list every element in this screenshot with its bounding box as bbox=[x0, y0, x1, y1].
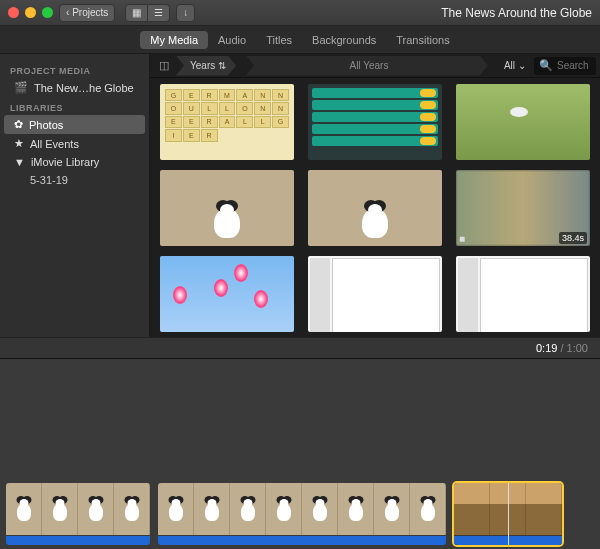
clip-frame bbox=[114, 483, 150, 535]
media-grid: GERMANNOULLONNEERALLGIER■38.4s bbox=[150, 78, 600, 337]
timeline-clip[interactable] bbox=[454, 483, 562, 545]
group-by-selector[interactable]: Years ⇅ bbox=[176, 56, 236, 76]
search-field[interactable]: 🔍 bbox=[534, 57, 596, 75]
clip-frame bbox=[454, 483, 490, 535]
tab-transitions[interactable]: Transitions bbox=[386, 31, 459, 49]
media-thumbnail[interactable] bbox=[456, 84, 590, 160]
sidebar-item-label: Photos bbox=[29, 119, 63, 131]
clip-frame bbox=[78, 483, 114, 535]
group-by-label: Years bbox=[190, 60, 215, 71]
window-controls bbox=[8, 7, 53, 18]
scope-label: All Years bbox=[349, 60, 388, 71]
sidebar-icon: ◫ bbox=[159, 59, 169, 72]
search-icon: 🔍 bbox=[539, 59, 553, 72]
media-tabs: My MediaAudioTitlesBackgroundsTransition… bbox=[0, 26, 600, 54]
clip-frame bbox=[338, 483, 374, 535]
sidebar-section-libraries: LIBRARIES bbox=[0, 97, 149, 115]
sidebar-item-label: All Events bbox=[30, 138, 79, 150]
tab-audio[interactable]: Audio bbox=[208, 31, 256, 49]
sidebar-section-project: PROJECT MEDIA bbox=[0, 60, 149, 78]
import-button[interactable]: ↓ bbox=[176, 4, 195, 22]
chevron-down-icon: ⌄ bbox=[518, 60, 526, 71]
filter-all-selector[interactable]: All ⌄ bbox=[498, 60, 532, 71]
filter-bar: ◫ Years ⇅ All Years All ⌄ 🔍 bbox=[150, 54, 600, 78]
disclosure-icon: ▼ bbox=[14, 156, 25, 168]
content-area: ◫ Years ⇅ All Years All ⌄ 🔍 GERMANNOULLO… bbox=[150, 54, 600, 337]
star-icon: ★ bbox=[14, 137, 24, 150]
media-thumbnail[interactable] bbox=[160, 170, 294, 246]
fullscreen-window-button[interactable] bbox=[42, 7, 53, 18]
sidebar-item-label: iMovie Library bbox=[31, 156, 99, 168]
view-mode-group: ▦ ☰ bbox=[125, 4, 170, 22]
timeline-clip[interactable] bbox=[158, 483, 446, 545]
timeline-clip[interactable] bbox=[6, 483, 150, 545]
clip-frame bbox=[194, 483, 230, 535]
clip-frame bbox=[410, 483, 446, 535]
clip-frame bbox=[230, 483, 266, 535]
time-separator: / bbox=[557, 342, 566, 354]
project-title: The News Around the Globe bbox=[441, 6, 592, 20]
titlebar: ‹ Projects ▦ ☰ ↓ The News Around the Glo… bbox=[0, 0, 600, 26]
audio-track bbox=[6, 536, 150, 545]
list-view-button[interactable]: ☰ bbox=[148, 4, 170, 22]
chevron-left-icon: ‹ bbox=[66, 7, 69, 18]
audio-track bbox=[158, 536, 446, 545]
main-area: PROJECT MEDIA 🎬 The New…he Globe LIBRARI… bbox=[0, 54, 600, 337]
flower-icon: ✿ bbox=[14, 118, 23, 131]
clip-frame bbox=[42, 483, 78, 535]
sidebar-project-label: The New…he Globe bbox=[34, 82, 134, 94]
minimize-window-button[interactable] bbox=[25, 7, 36, 18]
media-thumbnail[interactable] bbox=[160, 256, 294, 332]
back-to-projects-button[interactable]: ‹ Projects bbox=[59, 4, 115, 22]
sidebar-item-5-31-19[interactable]: 5-31-19 bbox=[0, 171, 149, 189]
tab-my-media[interactable]: My Media bbox=[140, 31, 208, 49]
search-input[interactable] bbox=[557, 60, 597, 71]
total-time: 1:00 bbox=[567, 342, 588, 354]
timeline-empty-area bbox=[0, 359, 600, 475]
clip-frame bbox=[266, 483, 302, 535]
download-icon: ↓ bbox=[183, 7, 188, 18]
scope-breadcrumb[interactable]: All Years bbox=[246, 56, 488, 76]
playhead[interactable] bbox=[508, 483, 509, 545]
media-thumbnail[interactable]: GERMANNOULLONNEERALLGIER bbox=[160, 84, 294, 160]
list-icon: ☰ bbox=[154, 7, 163, 18]
grid-view-button[interactable]: ▦ bbox=[125, 4, 148, 22]
video-icon: ■ bbox=[459, 233, 465, 244]
clip-frame bbox=[6, 483, 42, 535]
sidebar-item-label: 5-31-19 bbox=[30, 174, 68, 186]
clip-frame bbox=[526, 483, 562, 535]
sidebar-item-photos[interactable]: ✿Photos bbox=[4, 115, 145, 134]
timeline[interactable] bbox=[0, 359, 600, 549]
clip-frame bbox=[158, 483, 194, 535]
clip-frame bbox=[374, 483, 410, 535]
sidebar: PROJECT MEDIA 🎬 The New…he Globe LIBRARI… bbox=[0, 54, 150, 337]
media-thumbnail[interactable] bbox=[308, 256, 442, 332]
sidebar-item-all-events[interactable]: ★All Events bbox=[0, 134, 149, 153]
sidebar-toggle-button[interactable]: ◫ bbox=[154, 57, 174, 75]
playback-time-bar: 0:19 / 1:00 bbox=[0, 337, 600, 359]
filter-all-label: All bbox=[504, 60, 515, 71]
tab-backgrounds[interactable]: Backgrounds bbox=[302, 31, 386, 49]
sidebar-item-imovie-library[interactable]: ▼iMovie Library bbox=[0, 153, 149, 171]
clapperboard-icon: 🎬 bbox=[14, 81, 28, 94]
close-window-button[interactable] bbox=[8, 7, 19, 18]
media-thumbnail[interactable]: ■38.4s bbox=[456, 170, 590, 246]
timeline-track[interactable] bbox=[0, 475, 600, 549]
sort-arrows-icon: ⇅ bbox=[218, 60, 226, 71]
grid-icon: ▦ bbox=[132, 7, 141, 18]
current-time: 0:19 bbox=[536, 342, 557, 354]
duration-badge: 38.4s bbox=[559, 232, 587, 244]
sidebar-project-item[interactable]: 🎬 The New…he Globe bbox=[0, 78, 149, 97]
clip-frame bbox=[302, 483, 338, 535]
tab-titles[interactable]: Titles bbox=[256, 31, 302, 49]
back-label: Projects bbox=[72, 7, 108, 18]
media-thumbnail[interactable] bbox=[308, 84, 442, 160]
media-thumbnail[interactable] bbox=[308, 170, 442, 246]
media-thumbnail[interactable] bbox=[456, 256, 590, 332]
